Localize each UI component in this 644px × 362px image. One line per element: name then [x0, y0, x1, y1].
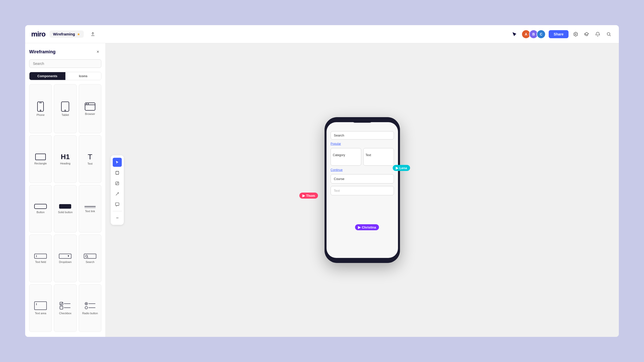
solid-button-icon — [59, 204, 72, 209]
toolbar-vertical: ··· — [111, 155, 124, 225]
component-button[interactable]: Button — [29, 185, 52, 233]
education-icon[interactable] — [583, 30, 591, 38]
text-icon: T — [88, 153, 92, 161]
tab-components[interactable]: Components — [29, 72, 65, 80]
component-text[interactable]: T Text — [79, 135, 101, 183]
component-heading[interactable]: H1 Heading — [54, 135, 76, 183]
text-area-label: Text area — [35, 312, 46, 315]
notification-icon[interactable] — [594, 30, 602, 38]
avatar-group: A B C — [521, 30, 546, 39]
share-button[interactable]: Share — [549, 30, 569, 38]
svg-rect-38 — [115, 203, 119, 206]
svg-rect-18 — [84, 254, 96, 258]
continue-link[interactable]: Continue — [331, 168, 394, 172]
svg-rect-15 — [34, 254, 47, 258]
search-topbar-icon[interactable] — [605, 30, 613, 38]
lena-cursor-name: Lena — [399, 166, 407, 170]
phone-mockup: Search Popular Category Text Continue Co… — [325, 117, 400, 263]
svg-point-5 — [65, 110, 66, 111]
svg-rect-25 — [60, 306, 63, 309]
rectangle-label: Rectangle — [34, 162, 47, 165]
close-button[interactable]: × — [94, 48, 101, 55]
line-tool[interactable] — [113, 190, 122, 199]
tab-icons[interactable]: Icons — [65, 72, 101, 80]
component-browser[interactable]: Browser — [79, 84, 101, 133]
svg-point-9 — [88, 103, 89, 104]
christina-cursor-name: Christina — [362, 225, 376, 229]
board-title-area[interactable]: Wireframing ★ — [50, 30, 84, 38]
sidebar-title: Wireframing — [29, 49, 56, 55]
lena-cursor: ▶ Lena — [393, 165, 410, 171]
text-label: Text — [88, 162, 93, 165]
component-checkbox[interactable]: Checkbox — [54, 284, 76, 332]
miro-logo: miro — [31, 30, 46, 38]
sidebar: Wireframing × Components Icons — [25, 43, 106, 337]
svg-point-3 — [40, 110, 41, 111]
component-rectangle[interactable]: Rectangle — [29, 135, 52, 183]
cursor-mode-icon[interactable] — [510, 30, 518, 38]
component-tablet[interactable]: Tablet — [54, 84, 76, 133]
svg-point-28 — [86, 303, 87, 304]
svg-rect-32 — [116, 171, 119, 174]
thom-cursor: ▶ Thom — [299, 193, 318, 199]
phone-label: Phone — [36, 113, 45, 116]
component-search[interactable]: Search — [79, 235, 101, 282]
board-title: Wireframing — [53, 32, 75, 36]
sticky-tool[interactable] — [113, 179, 122, 188]
component-text-field[interactable]: Text field — [29, 235, 52, 282]
components-grid: Phone Tablet — [29, 84, 101, 332]
phone-screen: Search Popular Category Text Continue Co… — [327, 122, 398, 258]
component-phone[interactable]: Phone — [29, 84, 52, 133]
settings-icon[interactable] — [572, 30, 580, 38]
svg-line-20 — [87, 257, 88, 258]
heading-icon: H1 — [61, 153, 70, 160]
frame-tool[interactable] — [113, 168, 122, 177]
svg-point-19 — [86, 255, 88, 257]
rectangle-icon — [35, 153, 46, 160]
phone-search-bar: Search — [331, 131, 394, 140]
category-row: Category Text — [331, 148, 394, 166]
text-box: Text — [363, 148, 394, 166]
radio-button-icon — [84, 301, 96, 310]
christina-cursor: ▶ Christina — [355, 224, 379, 230]
text-input: Text — [331, 186, 394, 195]
avatar-user3: C — [537, 30, 546, 39]
search-icon — [84, 253, 97, 259]
canvas[interactable]: ··· Search Popular Category — [106, 43, 619, 337]
browser-label: Browser — [85, 112, 95, 115]
thom-cursor-name: Thom — [306, 194, 315, 198]
comment-tool[interactable] — [113, 200, 122, 209]
tablet-label: Tablet — [62, 113, 69, 116]
dropdown-icon — [59, 253, 72, 259]
svg-point-30 — [85, 306, 88, 309]
svg-rect-23 — [60, 302, 63, 305]
component-dropdown[interactable]: Dropdown — [54, 235, 76, 282]
svg-rect-10 — [35, 154, 46, 160]
select-tool[interactable] — [113, 158, 122, 167]
svg-point-0 — [607, 32, 610, 35]
lena-cursor-arrow: ▶ — [396, 166, 398, 170]
category-box: Category — [331, 148, 361, 166]
component-solid-button[interactable]: Solid button — [54, 185, 76, 233]
component-text-area[interactable]: Text area — [29, 284, 52, 332]
svg-rect-12 — [59, 204, 71, 209]
upload-button[interactable] — [88, 30, 98, 38]
popular-link[interactable]: Popular — [331, 142, 394, 146]
button-label: Button — [36, 211, 45, 214]
checkbox-icon — [59, 301, 71, 310]
tabs: Components Icons — [29, 72, 101, 80]
svg-rect-11 — [34, 204, 47, 209]
more-tools[interactable]: ··· — [113, 213, 122, 222]
christina-cursor-arrow: ▶ — [358, 225, 361, 229]
text-field-icon — [34, 253, 47, 259]
button-icon — [34, 204, 47, 209]
component-radio-button[interactable]: Radio button — [79, 284, 101, 332]
svg-point-8 — [86, 103, 87, 104]
solid-button-label: Solid button — [58, 211, 72, 214]
sidebar-header: Wireframing × — [29, 48, 101, 55]
browser-icon — [85, 102, 96, 111]
search-input[interactable] — [29, 59, 101, 68]
star-icon[interactable]: ★ — [77, 32, 80, 36]
component-text-link[interactable]: Text link — [79, 185, 101, 233]
svg-rect-17 — [59, 254, 71, 258]
